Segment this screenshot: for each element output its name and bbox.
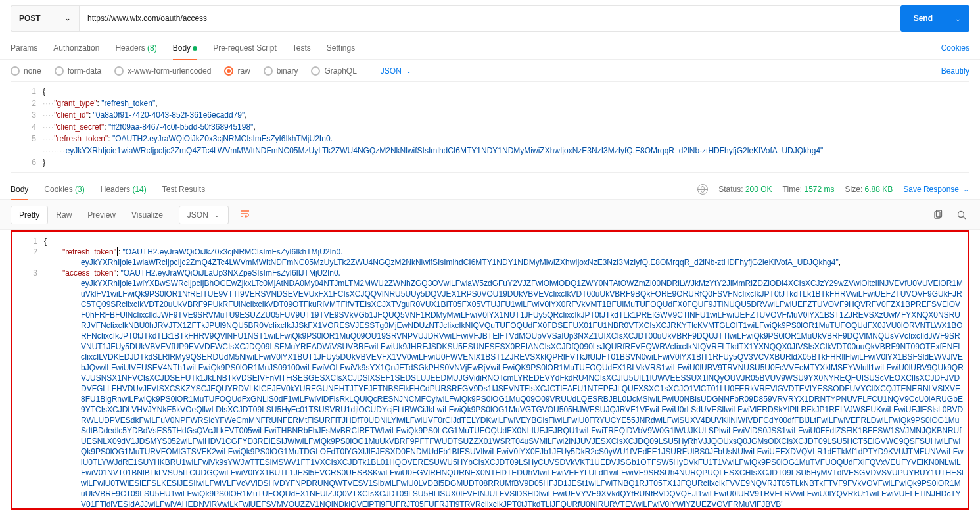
radio-icon xyxy=(114,66,124,76)
http-method-value: POST xyxy=(19,14,41,23)
tab-headers-count: (8) xyxy=(147,43,157,53)
chevron-down-icon: ⌄ xyxy=(406,68,412,74)
globe-icon[interactable] xyxy=(697,184,708,195)
response-tab-tests[interactable]: Test Results xyxy=(162,180,205,199)
chevron-down-icon: ⌄ xyxy=(214,212,220,218)
response-body-highlight: 123 { "refresh_token": "OAUTH2.eyJraWQiO… xyxy=(11,230,969,510)
text-cursor xyxy=(117,247,118,256)
view-raw[interactable]: Raw xyxy=(48,206,80,224)
send-button[interactable]: Send xyxy=(900,5,946,32)
response-meta: Status: 200 OK Time: 1572 ms Size: 6.88 … xyxy=(697,184,969,195)
view-pretty[interactable]: Pretty xyxy=(11,206,48,224)
wrap-lines-button[interactable] xyxy=(234,204,256,226)
chevron-down-icon: ⌄ xyxy=(954,15,962,22)
send-options-button[interactable]: ⌄ xyxy=(946,5,969,32)
response-code[interactable]: { "refresh_token": "OAUTH2.eyJraWQiOiJkZ… xyxy=(44,232,968,508)
body-dirty-indicator xyxy=(193,46,197,51)
body-type-radios: none form-data x-www-form-urlencoded raw… xyxy=(11,66,412,76)
search-icon xyxy=(956,210,967,220)
beautify-link[interactable]: Beautify xyxy=(941,66,969,76)
request-url-input[interactable] xyxy=(79,5,900,32)
tab-body[interactable]: Body xyxy=(173,37,197,59)
chevron-down-icon: ⌄ xyxy=(64,15,71,22)
response-view-bar: Pretty Raw Preview Visualize JSON ⌄ xyxy=(0,199,980,230)
raw-format-value: JSON xyxy=(381,66,402,76)
editor-code[interactable]: { ····"grant_type": "refresh_token", ···… xyxy=(43,82,969,172)
body-type-none[interactable]: none xyxy=(11,66,41,76)
view-visualize[interactable]: Visualize xyxy=(124,206,171,224)
tab-body-label: Body xyxy=(173,43,191,53)
response-gutter: 123 xyxy=(12,232,44,508)
body-type-raw[interactable]: raw xyxy=(224,66,250,76)
body-type-formdata[interactable]: form-data xyxy=(55,66,101,76)
size-block: Size: 6.88 KB xyxy=(845,185,893,194)
search-response-button[interactable] xyxy=(954,207,969,223)
tab-headers-label: Headers xyxy=(115,43,145,53)
size-value: 6.88 KB xyxy=(865,185,893,194)
response-tabs: Body Cookies (3) Headers (14) Test Resul… xyxy=(11,180,205,199)
send-button-group: Send ⌄ xyxy=(900,5,969,32)
time-block: Time: 1572 ms xyxy=(783,185,835,194)
request-bar: POST ⌄ Send ⌄ xyxy=(0,0,980,37)
save-response-button[interactable]: Save Response ⌄ xyxy=(903,185,969,194)
response-tab-headers[interactable]: Headers (14) xyxy=(101,180,147,199)
svg-line-3 xyxy=(964,216,966,219)
tab-prerequest[interactable]: Pre-request Script xyxy=(213,37,277,59)
response-tab-body[interactable]: Body xyxy=(11,180,28,199)
tab-tests[interactable]: Tests xyxy=(292,37,311,59)
radio-icon xyxy=(224,66,233,76)
http-method-select[interactable]: POST ⌄ xyxy=(11,5,79,32)
svg-point-2 xyxy=(958,211,964,217)
radio-icon xyxy=(311,66,320,76)
status-block: Status: 200 OK xyxy=(718,185,772,194)
request-tabs: Params Authorization Headers (8) Body Pr… xyxy=(11,37,355,59)
request-body-editor[interactable]: 123456 { ····"grant_type": "refresh_toke… xyxy=(11,81,969,173)
tab-headers[interactable]: Headers (8) xyxy=(115,37,156,59)
tab-params[interactable]: Params xyxy=(11,37,37,59)
response-body-editor[interactable]: 123 { "refresh_token": "OAUTH2.eyJraWQiO… xyxy=(12,232,968,508)
body-type-xwww[interactable]: x-www-form-urlencoded xyxy=(114,66,211,76)
radio-icon xyxy=(55,66,64,76)
radio-icon xyxy=(11,66,20,76)
copy-icon xyxy=(933,210,943,220)
response-view-tabs: Pretty Raw Preview Visualize xyxy=(11,206,171,224)
copy-response-button[interactable] xyxy=(930,207,946,223)
wrap-icon xyxy=(240,208,250,219)
view-preview[interactable]: Preview xyxy=(80,206,124,224)
response-tab-cookies[interactable]: Cookies (3) xyxy=(44,180,84,199)
tab-settings[interactable]: Settings xyxy=(327,37,355,59)
chevron-down-icon: ⌄ xyxy=(963,186,969,193)
time-value: 1572 ms xyxy=(805,185,835,194)
body-type-binary[interactable]: binary xyxy=(264,66,298,76)
editor-gutter: 123456 xyxy=(11,82,43,172)
radio-icon xyxy=(264,66,273,76)
body-type-row: none form-data x-www-form-urlencoded raw… xyxy=(0,60,980,81)
response-format-select[interactable]: JSON ⌄ xyxy=(179,206,229,224)
response-tabs-row: Body Cookies (3) Headers (14) Test Resul… xyxy=(0,180,980,199)
request-tabs-row: Params Authorization Headers (8) Body Pr… xyxy=(0,37,980,60)
raw-format-select[interactable]: JSON ⌄ xyxy=(381,66,412,76)
body-type-graphql[interactable]: GraphQL xyxy=(311,66,356,76)
cookies-link[interactable]: Cookies xyxy=(941,43,969,53)
status-value: 200 OK xyxy=(745,185,772,194)
tab-authorization[interactable]: Authorization xyxy=(53,37,99,59)
